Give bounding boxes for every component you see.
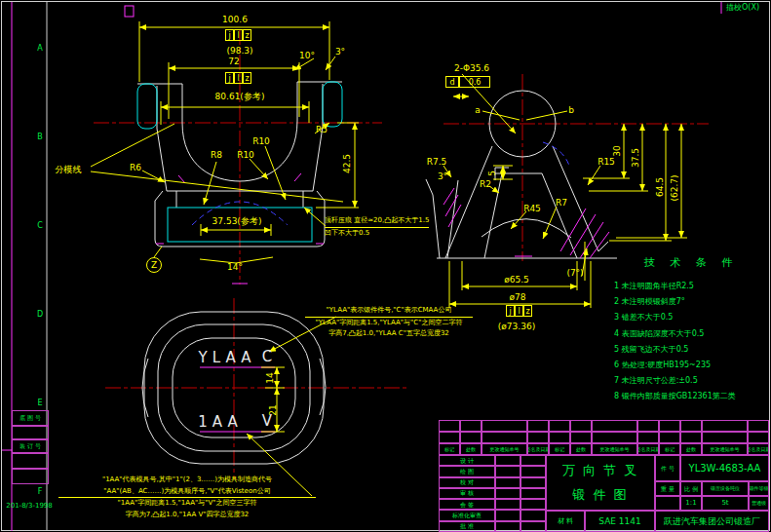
note-line: 字高为7,凸起1.0,"1AA V"四字总宽度32: [58, 510, 316, 521]
revision-cell: 标记: [439, 443, 460, 455]
zone-letter: D: [37, 311, 43, 319]
dim-label: R15: [598, 158, 615, 167]
revision-cell: 更改通知单号: [702, 443, 748, 455]
embossed-text-1aa: 1AA: [198, 415, 242, 430]
titleblock-cell: 普通级: [749, 496, 769, 511]
zone-letter: A: [37, 45, 42, 53]
dim-label: 42.5: [343, 154, 352, 173]
revision-cell: [702, 432, 748, 443]
note-line: "1AA"字间距离1.5,"1AA"与"V"之间空三字符: [58, 498, 316, 510]
zone-letter: B: [37, 133, 43, 141]
revision-cell: 签名及日期: [527, 443, 549, 455]
dim-label: R7: [556, 199, 567, 208]
dim-label: a: [475, 106, 481, 115]
revision-cell: [592, 432, 637, 443]
gdt-frame: jlz: [225, 72, 251, 84]
titleblock-cell: 件 号: [655, 455, 680, 481]
sign-row-cell: [495, 466, 520, 476]
note-line: "YLAA"表示锻件件号,"C"表示CMAA公司: [305, 305, 473, 318]
sign-row-cell: [520, 477, 546, 488]
technical-condition-item: 6 热处理:硬度HB195~235: [614, 358, 768, 373]
dim-label: 37.5: [632, 148, 640, 168]
section-marker-z: Z: [146, 257, 162, 273]
titleblock-cell: [12, 439, 49, 453]
technical-condition-item: 8 锻件内部质量按GB12361第二类: [614, 389, 768, 404]
stamp-top-right: 描校O(X): [726, 4, 759, 12]
dim-label: R5: [316, 126, 328, 134]
company-name: 跃进汽车集团公司锻造厂: [655, 511, 769, 532]
note-line: 凹下不大于0.5: [325, 228, 429, 240]
part-name: 万 向 节 叉: [546, 458, 655, 481]
dim-label: R8: [211, 151, 222, 160]
sign-row-label: 设 计: [439, 455, 495, 466]
revision-cell: [460, 420, 482, 432]
revision-cell: 签名及日期: [637, 443, 659, 455]
revision-cell: 处数: [460, 443, 482, 455]
ejector-mark-note: 顶杆压痕 直径≈20,凸起不大于1.5凹下不大于0.5: [325, 215, 429, 239]
dim-label: R10: [252, 137, 270, 146]
technical-conditions-title: 技 术 条 件: [614, 255, 768, 270]
dim-label: (7°): [566, 269, 583, 278]
note-line: "YLAA"字间距离1.5,"YLAA"与"C"之间空二字符: [305, 318, 473, 329]
dim-label: (62.7): [671, 174, 679, 201]
embossed-text-ylaa: YLAA: [199, 351, 256, 365]
revision-cell: 更改通知单号: [482, 443, 527, 455]
sign-row-cell: [520, 466, 546, 476]
sign-row-label: 标准化审查: [439, 510, 495, 520]
sign-row-cell: [520, 510, 546, 520]
note-line: 顶杆压痕 直径≈20,凸起不大于1.5: [325, 215, 429, 228]
side-view: [426, 91, 617, 258]
revision-cell: [549, 432, 570, 443]
note-line: "AA"(AB、AC……)为模具顺序号,"V"代表Visteon公司: [58, 486, 316, 499]
gdt-frame-cell: l: [234, 29, 243, 41]
sign-row-label: 批 准: [439, 521, 495, 532]
sign-row-cell: [495, 521, 520, 532]
gdt-frame-cell: 0.6: [459, 76, 490, 88]
gdt-frame-cell: d: [445, 76, 459, 88]
revision-cell: [592, 420, 637, 432]
titleblock-cell: [12, 469, 49, 484]
gdt-frame-cell: j: [225, 72, 234, 84]
note-line: "1AA"代表模具号,其中"1"(2、3……)为模具制造商代号: [58, 475, 316, 486]
titleblock-cell: 比 例: [680, 481, 702, 496]
titleblock-cell: 重 量: [655, 481, 680, 496]
gdt-frame: d0.6: [445, 76, 490, 88]
dim-label: 10°: [299, 52, 315, 60]
technical-condition-item: 1 未注明圆角半径R2.5: [614, 279, 768, 294]
titleblock-cell: [12, 410, 49, 426]
mold-number-note: "1AA"代表模具号,其中"1"(2、3……)为模具制造商代号"AA"(AB、A…: [58, 475, 316, 520]
revision-cell: [527, 432, 549, 443]
zone-letter: F: [38, 488, 43, 496]
dim-label: (98.3): [226, 47, 252, 56]
revision-cell: [748, 420, 769, 432]
dim-label: R10: [237, 151, 254, 160]
gdt-frame-cell: z: [243, 72, 251, 84]
dim-label: (ø73.36): [498, 323, 535, 331]
revision-cell: [659, 432, 680, 443]
centerlines: [94, 29, 709, 479]
revision-cell: 签名及日期: [748, 443, 769, 455]
revision-cell: 处数: [680, 443, 702, 455]
gdt-frame-cell: j: [225, 29, 234, 41]
revision-cell: [570, 432, 592, 443]
dim-label: b: [568, 106, 574, 115]
revision-cell: [637, 420, 659, 432]
gdt-frame: jlz: [506, 305, 532, 317]
revision-cell: [482, 420, 527, 432]
revision-cell: 更改通知单号: [592, 443, 637, 455]
revision-cell: [549, 420, 570, 432]
dim-label: R2: [480, 180, 491, 189]
sign-row-cell: [520, 521, 546, 532]
gdt-frame-cell: j: [506, 305, 515, 317]
dim-label: R6: [130, 164, 141, 172]
zone-letter: C: [37, 222, 43, 230]
revision-cell: [702, 420, 748, 432]
gdt-frame-cell: l: [234, 72, 243, 84]
sign-row-cell: [495, 510, 520, 520]
scale-value: 1:1: [680, 496, 702, 511]
embossed-text-c: C: [262, 350, 272, 364]
titleblock-cell: [12, 453, 49, 469]
dim-label: 72: [228, 57, 239, 66]
technical-condition-item: 2 未注明模锻斜度7°: [614, 294, 768, 310]
margin-date: 201-8/3-1998: [6, 503, 53, 510]
